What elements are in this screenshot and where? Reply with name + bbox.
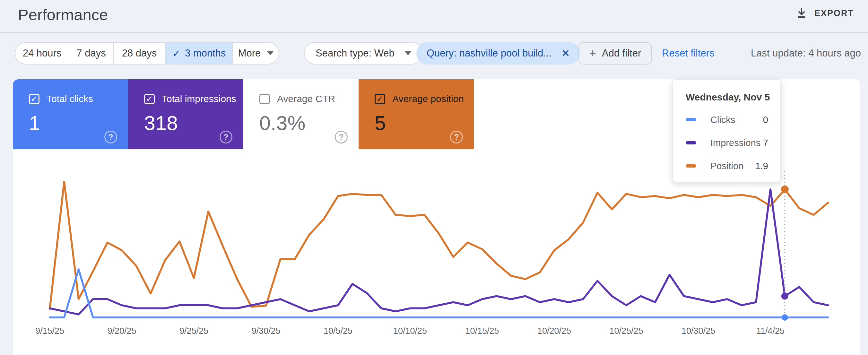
tooltip-label: Impressions [710,138,761,148]
chart-tooltip: Wednesday, Nov 5 Clicks 0 Impressions 7 … [673,79,781,182]
clicks-hover-dot [782,314,788,321]
tooltip-row-impressions: Impressions 7 [673,137,780,149]
tooltip-value: 7 [763,138,768,148]
tooltip-value: 0 [763,115,768,125]
tooltip-label: Clicks [710,115,735,125]
tooltip-row-clicks: Clicks 0 [673,114,780,126]
position-line [50,182,828,309]
tooltip-value: 1.9 [755,161,768,171]
clicks-line [50,269,828,318]
tooltip-row-position: Position 1.9 [673,160,780,172]
tooltip-label: Position [710,161,743,171]
impressions-legend-dash [686,141,696,144]
clicks-legend-dash [686,118,696,121]
impressions-line [50,189,828,315]
position-hover-dot [781,186,789,193]
performance-page: Performance EXPORT 24 hours 7 days 28 da… [0,0,868,355]
position-legend-dash [686,164,696,167]
impressions-hover-dot [781,293,788,300]
tooltip-date: Wednesday, Nov 5 [686,92,780,103]
